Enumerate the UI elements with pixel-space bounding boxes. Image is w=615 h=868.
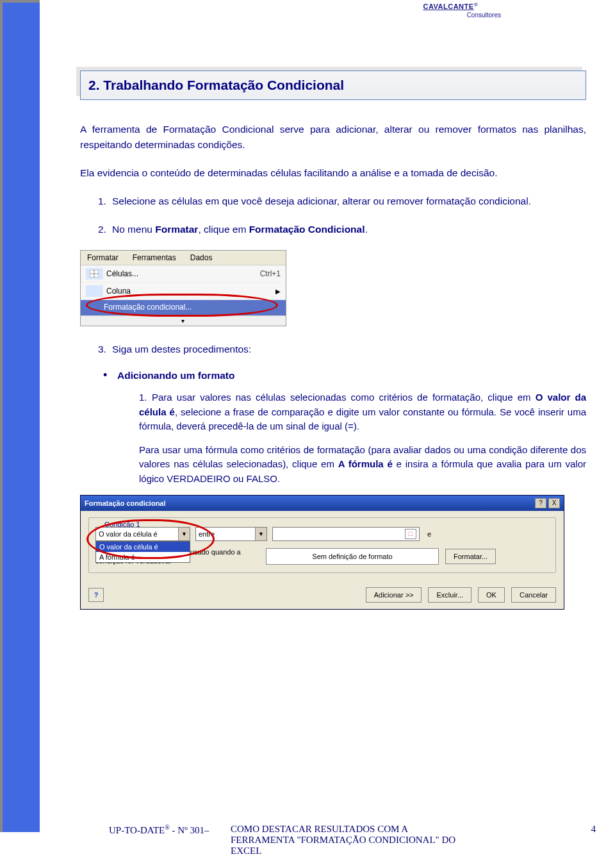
- help-button[interactable]: ?: [88, 588, 104, 602]
- substep-1-number: 1.: [139, 390, 152, 405]
- sidebar-decoration: [0, 0, 40, 832]
- substep-1-p1a: Para usar valores nas células selecionad…: [152, 392, 536, 403]
- comparison-value: entre: [199, 530, 215, 538]
- substep-1: 1.Para usar valores nas células selecion…: [139, 390, 586, 434]
- dialog-titlebar: Formatação condicional ? X: [81, 496, 564, 511]
- conditional-format-dialog: Formatação condicional ? X Condição 1 O …: [80, 495, 564, 610]
- substep-1-p2: Para usar uma fórmula como critérios de …: [126, 443, 586, 487]
- dropdown-option-cell-value[interactable]: O valor da célula é: [96, 542, 190, 552]
- condition-type-combo[interactable]: O valor da célula é ▼: [95, 527, 190, 541]
- step-1-number: 1.: [98, 194, 112, 209]
- step-3: 3.Siga um destes procedimentos:: [98, 342, 586, 357]
- brand-logo: CAVALCANTE® Consultores: [396, 0, 505, 19]
- footer-brand: UP-TO-DATE: [109, 825, 165, 835]
- and-label: e: [427, 530, 431, 538]
- step-1: 1.Selecione as células em que você desej…: [98, 194, 586, 209]
- dialog-body: Condição 1 O valor da célula é ▼ entre ▼…: [81, 511, 564, 581]
- menu-item-formatacao-condicional: Formatação condicional...: [81, 300, 286, 315]
- logo-line2: Consultores: [396, 12, 505, 19]
- menu-item-celulas: Células... Ctrl+1: [81, 265, 286, 283]
- step-2-post: .: [365, 224, 368, 235]
- step-2-number: 2.: [98, 222, 112, 237]
- comparison-combo[interactable]: entre ▼: [195, 527, 267, 541]
- procedures-list: Adicionando um formato 1.Para usar valor…: [80, 370, 586, 486]
- substep-1-p1c: , selecione a frase de comparação e digi…: [139, 406, 586, 432]
- menu-item-formatacao-label: Formatação condicional...: [104, 303, 192, 312]
- menu-screenshot: Formatar Ferramentas Dados Células... Ct…: [80, 250, 286, 326]
- titlebar-help-button[interactable]: ?: [535, 498, 546, 508]
- step-2-mid: , clique em: [198, 224, 249, 235]
- condition-row-1: O valor da célula é ▼ entre ▼ ⬚ e: [95, 527, 549, 541]
- section-heading: 2. Trabalhando Formatação Condicional: [88, 78, 578, 93]
- blank-icon: [86, 285, 102, 297]
- step-3-number: 3.: [98, 342, 112, 357]
- menu-item-celulas-label: Células...: [106, 269, 260, 278]
- logo-registered: ®: [474, 2, 478, 8]
- footer-issue: - Nº 301–: [170, 825, 209, 835]
- intro-paragraph-2: Ela evidencia o conteúdo de determinadas…: [80, 165, 586, 181]
- intro-paragraph-1: A ferramenta de Formatação Condicional s…: [80, 122, 586, 153]
- logo-line1: CAVALCANTE: [423, 3, 473, 10]
- page-footer: UP-TO-DATE® - Nº 301– COMO DESTACAR RESU…: [109, 824, 596, 856]
- menu-item-coluna-label: Coluna: [106, 287, 275, 296]
- section-heading-box: 2. Trabalhando Formatação Condicional: [80, 71, 586, 100]
- procedure-title: Adicionando um formato: [117, 370, 234, 381]
- step-2-pre: No menu: [112, 224, 155, 235]
- titlebar-close-button[interactable]: X: [548, 498, 560, 508]
- footer-page-number: 4: [577, 824, 596, 856]
- dropdown-arrow-icon: ▼: [255, 528, 266, 540]
- menu-item-coluna: Coluna ▶: [81, 283, 286, 300]
- add-button[interactable]: Adicionar >>: [366, 587, 422, 603]
- menu-item-celulas-shortcut: Ctrl+1: [260, 269, 281, 278]
- submenu-arrow-icon: ▶: [275, 288, 281, 295]
- menu-dados: Dados: [190, 253, 213, 262]
- dropdown-option-formula[interactable]: A fórmula é: [96, 552, 190, 562]
- footer-left: UP-TO-DATE® - Nº 301–: [109, 824, 231, 856]
- condition-type-dropdown-list: O valor da célula é A fórmula é: [95, 541, 190, 563]
- menu-ferramentas: Ferramentas: [133, 253, 176, 262]
- format-preview-box: Sem definição de formato: [266, 548, 439, 565]
- dialog-button-row: ? Adicionar >> Excluir... OK Cancelar: [81, 581, 564, 609]
- menubar: Formatar Ferramentas Dados: [81, 251, 286, 265]
- menu-formatar: Formatar: [87, 253, 119, 262]
- cancel-button[interactable]: Cancelar: [511, 587, 556, 603]
- delete-button[interactable]: Excluir...: [428, 587, 472, 603]
- format-button[interactable]: Formatar...: [445, 549, 496, 564]
- condition-1-group: Condição 1 O valor da célula é ▼ entre ▼…: [88, 517, 556, 573]
- step-3-text: Siga um destes procedimentos:: [112, 344, 251, 355]
- value-input-1[interactable]: ⬚: [272, 527, 420, 541]
- substep-1-p2b: A fórmula é: [338, 458, 393, 469]
- footer-title-line3: EXCEL: [231, 846, 577, 856]
- step-1-text: Selecione as células em que você deseja …: [112, 196, 531, 206]
- dropdown-arrow-icon: ▼: [178, 528, 190, 540]
- menu-expand-chevron: ▾: [81, 315, 286, 326]
- step-2: 2.No menu Formatar, clique em Formatação…: [98, 222, 586, 237]
- footer-registered: ®: [165, 824, 170, 831]
- steps-list-cont: 3.Siga um destes procedimentos:: [80, 342, 586, 357]
- procedure-substeps: 1.Para usar valores nas células selecion…: [117, 390, 586, 486]
- menu-dropdown: Células... Ctrl+1 Coluna ▶ Formatação co…: [81, 265, 286, 326]
- footer-title-line2: FERRAMENTA "FORMATAÇÃO CONDICIONAL" DO: [231, 835, 577, 846]
- condition-type-value: O valor da célula é: [99, 530, 158, 538]
- main-content: 2. Trabalhando Formatação Condicional A …: [80, 71, 586, 610]
- footer-center: COMO DESTACAR RESULTADOS COM A FERRAMENT…: [231, 824, 577, 856]
- range-picker-icon[interactable]: ⬚: [405, 529, 416, 539]
- dialog-title: Formatação condicional: [85, 499, 533, 507]
- ok-button[interactable]: OK: [478, 587, 505, 603]
- step-2-bold2: Formatação Condicional: [249, 224, 365, 235]
- step-2-bold1: Formatar: [155, 224, 198, 235]
- chevron-down-icon: ▾: [181, 317, 186, 324]
- procedure-adding-format: Adicionando um formato 1.Para usar valor…: [117, 370, 586, 486]
- steps-list: 1.Selecione as células em que você desej…: [80, 194, 586, 237]
- footer-title-line1: COMO DESTACAR RESULTADOS COM A: [231, 824, 577, 835]
- cells-icon: [86, 268, 102, 280]
